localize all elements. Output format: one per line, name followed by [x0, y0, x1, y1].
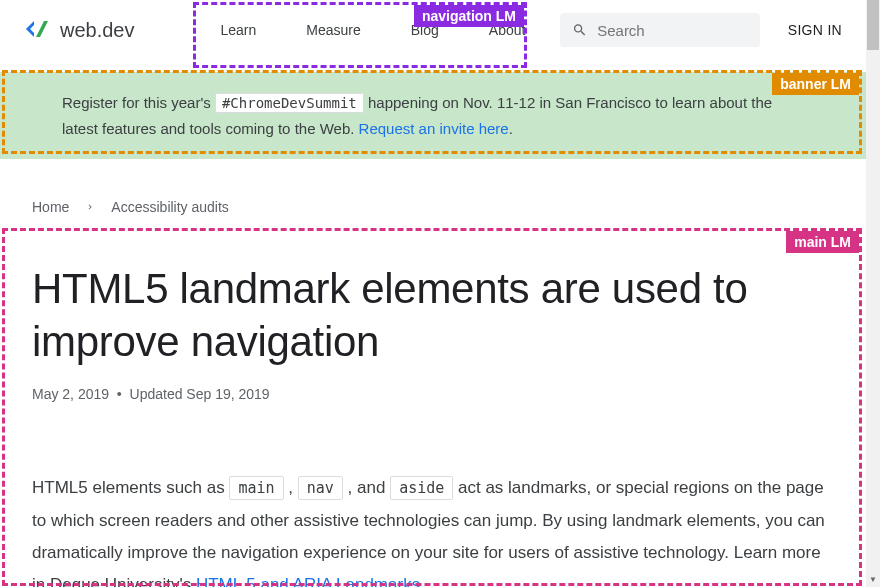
site-name: web.dev — [60, 19, 135, 42]
code-aside: aside — [390, 476, 453, 500]
breadcrumb: Home Accessibility audits — [0, 159, 866, 215]
deque-link[interactable]: HTML 5 and ARIA Landmarks — [196, 575, 420, 587]
body-pre: HTML5 elements such as — [32, 478, 229, 497]
nav-learn[interactable]: Learn — [221, 22, 257, 38]
site-logo[interactable]: web.dev — [24, 19, 135, 42]
page-title: HTML5 landmark elements are used to impr… — [32, 263, 834, 368]
body-post: . — [420, 575, 425, 587]
banner-text-pre: Register for this year's — [62, 94, 215, 111]
meta-separator: • — [117, 386, 122, 402]
scrollbar-thumb[interactable] — [867, 0, 879, 50]
banner-hashtag: #ChromeDevSummit — [215, 93, 364, 113]
nav-measure[interactable]: Measure — [306, 22, 360, 38]
scrollbar-down-icon[interactable]: ▼ — [868, 575, 878, 585]
banner-invite-link[interactable]: Request an invite here — [359, 120, 509, 137]
code-nav: nav — [298, 476, 343, 500]
banner-text-post: . — [509, 120, 513, 137]
search-box[interactable] — [560, 13, 760, 47]
vertical-scrollbar[interactable]: ▲ ▼ — [866, 0, 880, 587]
promo-banner: Register for this year's #ChromeDevSummi… — [0, 72, 866, 159]
article-meta: May 2, 2019 • Updated Sep 19, 2019 — [32, 386, 834, 402]
sign-in-button[interactable]: SIGN IN — [788, 22, 842, 38]
article-body: HTML5 elements such as main , nav , and … — [32, 472, 834, 587]
published-date: May 2, 2019 — [32, 386, 109, 402]
search-icon — [572, 21, 587, 39]
breadcrumb-home[interactable]: Home — [32, 199, 69, 215]
updated-label: Updated — [130, 386, 187, 402]
code-main: main — [229, 476, 283, 500]
article-main: HTML5 landmark elements are used to impr… — [0, 215, 866, 587]
webdev-logo-icon — [24, 19, 52, 41]
site-header: web.dev Learn Measure Blog About SIGN IN — [0, 0, 866, 60]
nav-blog[interactable]: Blog — [411, 22, 439, 38]
search-input[interactable] — [597, 22, 748, 39]
nav-about[interactable]: About — [489, 22, 526, 38]
primary-nav: Learn Measure Blog About — [221, 22, 526, 38]
chevron-right-icon — [85, 202, 95, 212]
breadcrumb-current[interactable]: Accessibility audits — [111, 199, 229, 215]
updated-date: Sep 19, 2019 — [186, 386, 269, 402]
